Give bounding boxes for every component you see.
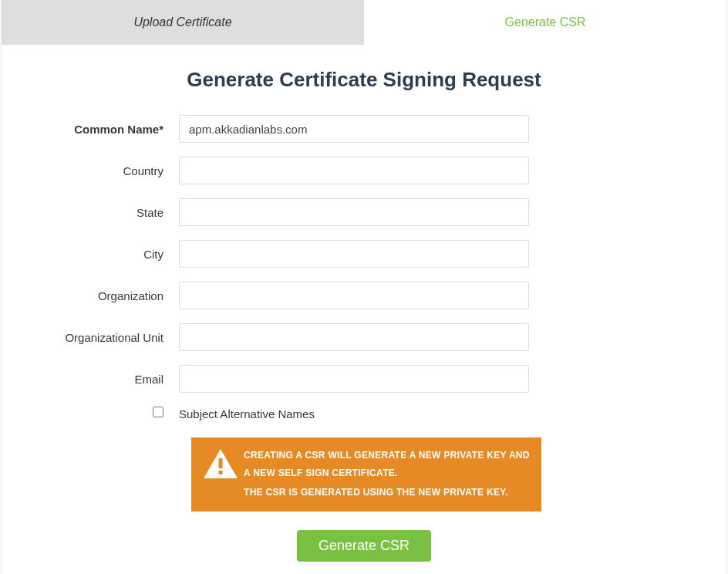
row-org-unit: Organizational Unit (2, 323, 726, 351)
tab-upload-certificate[interactable]: Upload Certificate (2, 0, 364, 45)
input-state[interactable] (179, 198, 529, 226)
tab-generate-csr[interactable]: Generate CSR (364, 0, 726, 45)
row-organization: Organization (2, 282, 726, 309)
row-country: Country (2, 157, 726, 184)
input-common-name[interactable] (179, 115, 529, 143)
row-san: Subject Alternative Names (2, 407, 726, 420)
generate-csr-button[interactable]: Generate CSR (297, 530, 431, 562)
label-org-unit: Organizational Unit (2, 331, 179, 344)
tab-strip: Upload Certificate Generate CSR (2, 0, 726, 45)
warning-line2: THE CSR IS GENERATED USING THE NEW PRIVA… (244, 484, 531, 501)
row-state: State (2, 198, 726, 226)
input-country[interactable] (179, 157, 529, 184)
label-country: Country (2, 164, 179, 177)
input-email[interactable] (179, 365, 529, 393)
row-city: City (2, 240, 726, 268)
page-title: Generate Certificate Signing Request (2, 68, 726, 92)
tab-label: Generate CSR (505, 15, 586, 29)
label-organization: Organization (2, 289, 179, 302)
warning-line1: CREATING A CSR WILL GENERATE A NEW PRIVA… (244, 447, 531, 482)
warning-icon (197, 447, 244, 502)
label-state: State (2, 206, 179, 219)
input-city[interactable] (179, 240, 529, 268)
svg-rect-2 (219, 471, 223, 474)
label-common-name: Common Name* (2, 123, 179, 136)
row-email: Email (2, 365, 726, 393)
svg-rect-1 (219, 458, 223, 468)
row-warning: CREATING A CSR WILL GENERATE A NEW PRIVA… (2, 437, 726, 512)
label-city: City (2, 248, 179, 261)
form-content: Generate Certificate Signing Request Com… (2, 45, 726, 574)
label-san: Subject Alternative Names (179, 407, 315, 420)
tab-label: Upload Certificate (133, 15, 231, 29)
row-submit: Generate CSR (2, 530, 726, 562)
input-organization[interactable] (179, 282, 529, 309)
warning-text: CREATING A CSR WILL GENERATE A NEW PRIVA… (244, 447, 531, 502)
csr-form-container: Upload Certificate Generate CSR Generate… (1, 0, 727, 574)
row-common-name: Common Name* (2, 115, 726, 143)
checkbox-san[interactable] (153, 407, 163, 417)
input-org-unit[interactable] (179, 323, 529, 351)
label-email: Email (2, 373, 179, 386)
warning-box: CREATING A CSR WILL GENERATE A NEW PRIVA… (191, 437, 541, 512)
